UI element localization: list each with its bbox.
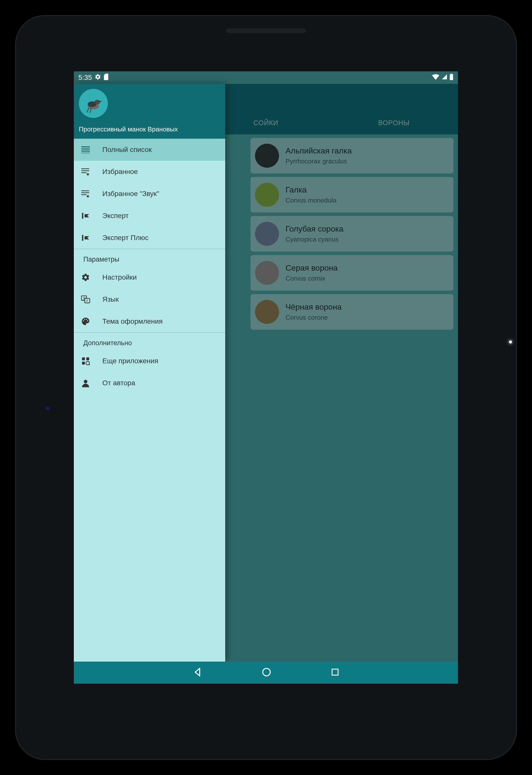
- expert-icon: [81, 211, 90, 220]
- menu-item-favorites-sound[interactable]: Избранное "Звук": [74, 183, 225, 205]
- svg-rect-20: [86, 357, 89, 360]
- expert-icon: [81, 233, 90, 242]
- svg-point-2: [88, 101, 96, 107]
- menu-label: Еще приложения: [102, 357, 218, 365]
- svg-rect-26: [332, 669, 338, 675]
- crow-icon: [83, 93, 104, 114]
- menu-label: Эксперт: [102, 212, 218, 220]
- signal-icon: [441, 74, 447, 82]
- svg-text:文: 文: [83, 296, 86, 300]
- svg-line-23: [89, 364, 90, 365]
- device-speaker: [226, 29, 306, 33]
- menu-label: От автора: [102, 379, 218, 387]
- svg-rect-21: [82, 362, 85, 364]
- menu-label: Язык: [102, 295, 218, 303]
- menu-item-favorites[interactable]: Избранное: [74, 161, 225, 183]
- svg-point-25: [263, 668, 270, 676]
- app-logo: [79, 89, 108, 118]
- list-star-icon: [81, 167, 90, 176]
- battery-icon: [449, 74, 453, 82]
- menu-label: Настройки: [102, 273, 218, 281]
- navigation-drawer: Прогрессивный манок Врановых Полный спис…: [74, 84, 225, 662]
- screen: 5:35: [74, 71, 458, 684]
- drawer-header: Прогрессивный манок Врановых: [74, 84, 225, 139]
- device-camera: [45, 406, 51, 411]
- home-button[interactable]: [262, 668, 271, 678]
- apps-icon: [81, 356, 90, 366]
- recents-button[interactable]: [331, 668, 339, 677]
- list-star-icon: [81, 189, 90, 198]
- menu-label: Эксперт Плюс: [102, 234, 218, 242]
- menu-item-expert[interactable]: Эксперт: [74, 205, 225, 227]
- tablet-frame: 5:35: [15, 15, 517, 760]
- wifi-icon: [432, 74, 439, 82]
- device-led: [509, 340, 512, 343]
- svg-rect-14: [82, 235, 83, 241]
- list-icon: [81, 145, 90, 154]
- drawer-title: Прогрессивный манок Врановых: [79, 125, 220, 133]
- sd-card-icon: [104, 74, 109, 82]
- menu-section-params: Параметры: [74, 249, 225, 266]
- menu-item-full-list[interactable]: Полный список: [74, 139, 225, 161]
- status-bar: 5:35: [74, 71, 458, 84]
- menu-item-theme[interactable]: Тема оформления: [74, 310, 225, 332]
- svg-text:A: A: [86, 299, 88, 303]
- clock-text: 5:35: [78, 74, 92, 82]
- menu-item-expert-plus[interactable]: Эксперт Плюс: [74, 227, 225, 249]
- menu-item-language[interactable]: 文A Язык: [74, 288, 225, 310]
- user-icon: [81, 378, 90, 388]
- svg-point-24: [84, 380, 87, 383]
- menu-item-more-apps[interactable]: Еще приложения: [74, 350, 225, 372]
- svg-rect-13: [82, 213, 83, 219]
- drawer-menu: Полный список Избранное Избранное "Звук": [74, 139, 225, 394]
- gear-icon: [95, 74, 101, 82]
- back-button[interactable]: [193, 668, 202, 678]
- palette-icon: [81, 317, 90, 326]
- menu-label: Тема оформления: [102, 317, 218, 325]
- menu-item-settings[interactable]: Настройки: [74, 266, 225, 288]
- lang-icon: 文A: [81, 295, 90, 304]
- menu-label: Избранное "Звук": [102, 190, 218, 198]
- svg-rect-19: [82, 357, 85, 360]
- menu-label: Избранное: [102, 168, 218, 176]
- menu-item-about[interactable]: От автора: [74, 372, 225, 394]
- gear-icon: [81, 272, 90, 282]
- system-nav-bar: [74, 662, 458, 684]
- menu-label: Полный список: [102, 146, 218, 154]
- menu-section-more: Дополнительно: [74, 333, 225, 350]
